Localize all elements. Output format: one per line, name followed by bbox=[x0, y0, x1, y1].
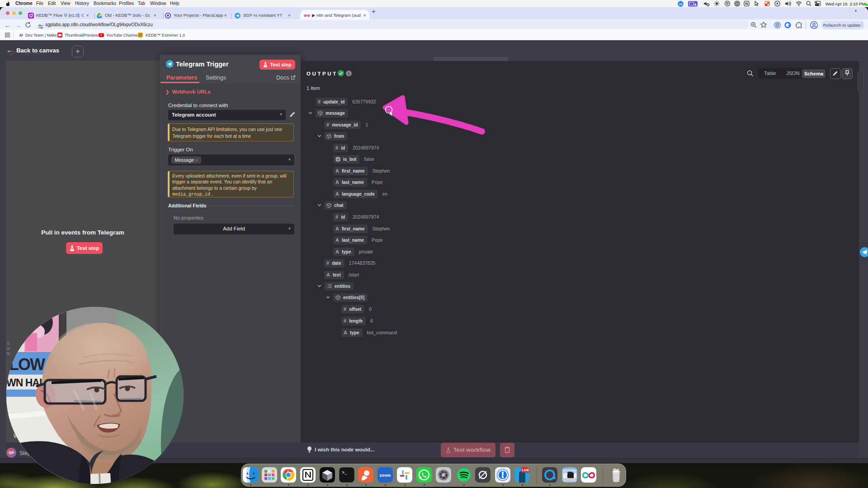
svg-text:LIVE: LIVE bbox=[522, 468, 529, 472]
svg-text:LOW: LOW bbox=[9, 355, 45, 374]
svg-text:zm: zm bbox=[679, 3, 683, 5]
svg-text:>_: >_ bbox=[342, 470, 348, 475]
svg-text:M: M bbox=[19, 33, 23, 38]
svg-text:zoom: zoom bbox=[380, 473, 391, 478]
svg-text:N: N bbox=[745, 1, 748, 6]
